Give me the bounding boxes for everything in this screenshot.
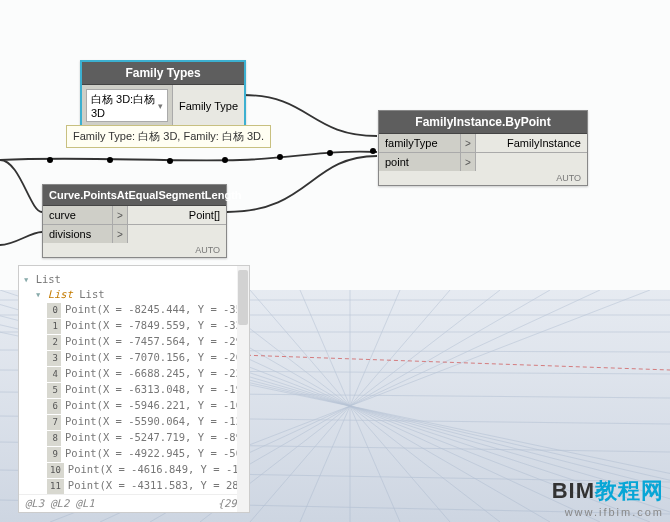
svg-line-29 — [240, 355, 670, 370]
chevron-right-icon[interactable]: > — [113, 206, 128, 224]
output-points[interactable]: Point[] — [128, 206, 226, 224]
node-curve-points[interactable]: Curve.PointsAtEqualSegmentLength curve >… — [42, 184, 227, 258]
list-item[interactable]: 6Point(X = -5946.221, Y = -1610. — [23, 398, 245, 414]
svg-line-11 — [300, 290, 400, 522]
list-item[interactable]: 4Point(X = -6688.245, Y = -2285. — [23, 366, 245, 382]
input-point[interactable]: point — [379, 153, 461, 171]
node-header: Curve.PointsAtEqualSegmentLength — [43, 185, 226, 206]
list-item[interactable]: 10Point(X = -4616.849, Y = -110. — [23, 462, 245, 478]
svg-point-34 — [277, 154, 283, 160]
list-item[interactable]: 11Point(X = -4311.583, Y = 288.0 — [23, 478, 245, 494]
list-item[interactable]: 5Point(X = -6313.048, Y = -1952. — [23, 382, 245, 398]
chevron-down-icon: ▾ — [158, 101, 163, 111]
list-item[interactable]: 3Point(X = -7070.156, Y = -2611. — [23, 350, 245, 366]
svg-line-10 — [250, 290, 450, 522]
svg-point-33 — [222, 157, 228, 163]
dropdown-value: 白杨 3D:白杨 3D — [91, 92, 158, 119]
lacing-auto: AUTO — [379, 171, 587, 185]
chevron-right-icon[interactable]: > — [113, 225, 128, 243]
lacing-auto: AUTO — [43, 243, 226, 257]
input-curve[interactable]: curve — [43, 206, 113, 224]
chevron-right-icon[interactable]: > — [461, 134, 476, 152]
node-family-types[interactable]: Family Types 白杨 3D:白杨 3D ▾ Family Type — [80, 60, 246, 128]
family-type-dropdown[interactable]: 白杨 3D:白杨 3D ▾ — [86, 89, 168, 122]
output-port-label[interactable]: Family Type — [173, 85, 244, 126]
list-item[interactable]: 2Point(X = -7457.564, Y = -2930. — [23, 334, 245, 350]
input-family-type[interactable]: familyType — [379, 134, 461, 152]
list-item[interactable]: 9Point(X = -4922.945, Y = -507.6 — [23, 446, 245, 462]
input-divisions[interactable]: divisions — [43, 225, 113, 243]
list-item[interactable]: 8Point(X = -5247.719, Y = -890.1 — [23, 430, 245, 446]
list-item[interactable]: 1Point(X = -7849.559, Y = -3243. — [23, 318, 245, 334]
preview-scrollbar[interactable] — [237, 266, 249, 512]
list-item[interactable]: 7Point(X = -5590.064, Y = -1256. — [23, 414, 245, 430]
svg-point-35 — [327, 150, 333, 156]
svg-line-13 — [300, 290, 400, 522]
node-header: Family Types — [82, 62, 244, 85]
svg-point-36 — [370, 148, 376, 154]
svg-point-31 — [107, 157, 113, 163]
tooltip: Family Type: 白杨 3D, Family: 白杨 3D. — [66, 125, 271, 148]
svg-point-32 — [167, 158, 173, 164]
node-header: FamilyInstance.ByPoint — [379, 111, 587, 134]
output-family-instance[interactable]: FamilyInstance — [476, 134, 587, 152]
list-item[interactable]: 0Point(X = -8245.444, Y = -3551. — [23, 302, 245, 318]
dynamo-canvas[interactable]: Family Types 白杨 3D:白杨 3D ▾ Family Type F… — [0, 0, 670, 522]
node-family-instance[interactable]: FamilyInstance.ByPoint familyType > Fami… — [378, 110, 588, 186]
watermark: BIM教程网 www.ifbim.com — [552, 476, 664, 518]
preview-levels[interactable]: @L3 @L2 @L1 — [25, 497, 95, 509]
svg-point-30 — [47, 157, 53, 163]
chevron-right-icon[interactable]: > — [461, 153, 476, 171]
svg-line-14 — [250, 290, 450, 522]
output-preview-panel[interactable]: ▾ List ▾ List List 0Point(X = -8245.444,… — [18, 265, 250, 513]
